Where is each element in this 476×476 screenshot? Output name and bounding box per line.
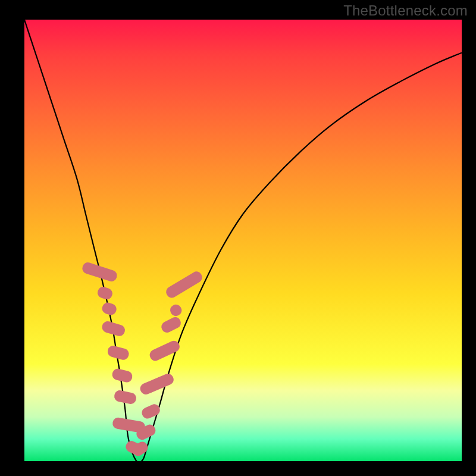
bead bbox=[139, 372, 176, 396]
bead bbox=[112, 416, 146, 433]
bead bbox=[107, 345, 130, 361]
bead bbox=[164, 270, 204, 300]
beads-layer bbox=[24, 20, 462, 461]
bead bbox=[168, 302, 184, 318]
bottleneck-curve bbox=[24, 20, 462, 461]
credit-text: TheBottleneck.com bbox=[343, 2, 468, 19]
plot-area bbox=[24, 20, 462, 461]
bead bbox=[159, 315, 183, 335]
bead bbox=[111, 368, 134, 384]
bead bbox=[140, 403, 161, 421]
bead bbox=[130, 440, 150, 458]
curve-layer bbox=[24, 20, 462, 461]
bead bbox=[114, 389, 137, 405]
bead bbox=[96, 286, 114, 301]
bead bbox=[101, 301, 117, 316]
bead bbox=[81, 261, 118, 283]
bead bbox=[148, 339, 181, 363]
bead bbox=[134, 422, 157, 441]
bead bbox=[124, 439, 143, 456]
bead bbox=[101, 320, 126, 337]
frame: TheBottleneck.com bbox=[0, 0, 476, 476]
